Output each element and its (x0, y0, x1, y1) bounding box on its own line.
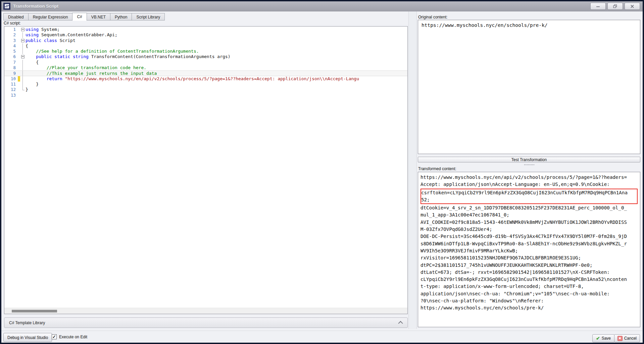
code-line-7[interactable]: 7 { (4, 60, 407, 65)
script-type-tabs: DisabledRegular ExpressionC#VB.NETPython… (3, 12, 165, 20)
code-line-10[interactable]: 10 return "https://www.myschools.nyc/en/… (4, 76, 407, 82)
code-line-1[interactable]: 1using System; (4, 27, 407, 32)
fold-guide (20, 82, 26, 87)
fold-guide (20, 60, 26, 65)
debug-in-visual-studio-button[interactable]: Debug in Visual Studio (3, 333, 52, 342)
transformed-content-box[interactable]: https://www.myschools.nyc/en/api/v2/scho… (418, 172, 640, 327)
fold-guide (20, 32, 26, 38)
cs-script-label: C# script: (4, 21, 21, 26)
app-logo-icon (3, 3, 10, 10)
original-content-label: Original content: (418, 15, 447, 19)
marker-gutter (18, 49, 20, 54)
code-editor[interactable]: 1using System;2using Sequentum.ContentGr… (4, 26, 408, 314)
transformed-line: DOE-DC-Persist=3Sc4645cd9-d19b-4fSVSy3Ax… (420, 233, 638, 240)
code-text (26, 93, 407, 98)
checkbox-label: Execute on Edit (59, 335, 87, 339)
code-line-3[interactable]: 3public class Script (4, 38, 407, 43)
code-line-4[interactable]: 4{ (4, 43, 407, 49)
marker-gutter (18, 43, 20, 49)
transformed-line: cLYpqiCb2Y9rl9En6pkFzZX3GqO8CujI623nCuuT… (420, 276, 638, 283)
code-text: return "https://www.myschools.nyc/en/api… (26, 76, 407, 82)
tab-disabled[interactable]: Disabled (3, 13, 28, 20)
vertical-splitter[interactable] (408, 11, 417, 329)
code-text: { (26, 43, 407, 49)
line-number: 11 (4, 82, 18, 87)
marker-gutter (18, 87, 20, 92)
save-button[interactable]: ✔ Save (592, 334, 614, 342)
save-check-icon: ✔ (596, 336, 600, 341)
transformed-line: dtPC=2$381101517_745h1vUWNOUFFJEUKKAHTHK… (420, 262, 638, 269)
scrollbar-thumb[interactable] (12, 310, 57, 312)
code-text: public class Script (26, 38, 407, 43)
footer-divider (1, 331, 643, 331)
tab-script-library[interactable]: Script Library (132, 13, 165, 20)
restore-button[interactable] (607, 3, 623, 10)
transformed-line: dtLatC=673; dtSa=-; rxvt=1696582901542|1… (420, 269, 638, 276)
code-text: using System; (26, 27, 407, 32)
marker-gutter (18, 32, 20, 38)
code-text: public static string TransformContent(Co… (26, 54, 407, 59)
line-number: 6 (4, 54, 18, 59)
marker-gutter (18, 65, 20, 70)
title-bar: Transformation Script (1, 1, 643, 11)
marker-gutter (18, 54, 20, 59)
fold-guide (20, 87, 26, 92)
test-transformation-button[interactable]: Test Transformation (418, 157, 640, 162)
code-text: using Sequentum.ContentGrabber.Api; (26, 32, 407, 38)
transformed-line: https://www.myschools.nyc/en/api/v2/scho… (420, 174, 638, 181)
fold-collapse-icon[interactable] (20, 38, 26, 43)
template-library-bar[interactable]: C# Template Library (4, 317, 408, 328)
original-content-box[interactable]: https://www.myschools.nyc/en/schools/pre… (418, 20, 640, 154)
editor-horizontal-scrollbar[interactable] (4, 308, 407, 314)
fold-guide (20, 93, 26, 98)
fold-guide (20, 49, 26, 54)
red-highlight-box: csrftoken=cLYpqiCb2Y9rl9En6pkFzZX3GqO8Cu… (420, 189, 638, 204)
transformed-line: 52; (421, 196, 637, 203)
cancel-button-label: Cancel (624, 336, 637, 341)
tab-python[interactable]: Python (110, 13, 132, 20)
line-number: 10 (4, 76, 18, 82)
transformed-line: t-type: application/x-www-form-urlencode… (420, 283, 638, 290)
close-button[interactable] (625, 3, 640, 10)
marker-gutter (18, 27, 20, 32)
line-number: 4 (4, 43, 18, 49)
cancel-x-icon: ✖ (617, 336, 623, 341)
fold-guide (20, 65, 26, 70)
minimize-button[interactable] (590, 3, 606, 10)
marker-gutter (18, 60, 20, 65)
code-line-11[interactable]: 11 } (4, 82, 407, 87)
fold-collapse-icon[interactable] (20, 27, 26, 32)
tab-vb-net[interactable]: VB.NET (87, 13, 110, 20)
transformed-line: mul_1_app-3A1c00e47ec1067841_0; (420, 211, 638, 218)
code-line-6[interactable]: 6 public static string TransformContent(… (4, 54, 407, 59)
line-number: 7 (4, 60, 18, 65)
marker-gutter (18, 93, 20, 98)
window-title: Transformation Script (13, 4, 58, 9)
line-number: 9 (4, 71, 18, 76)
code-line-2[interactable]: 2using Sequentum.ContentGrabber.Api; (4, 32, 407, 38)
splitter-grip-icon[interactable] (524, 164, 534, 165)
window-controls (590, 3, 640, 10)
transformed-line: rxVisitor=16965811015235NHJDNEF9Q67AJDCL… (420, 254, 638, 261)
execute-on-edit-checkbox[interactable]: ✓ Execute on Edit (52, 334, 87, 339)
line-number: 1 (4, 27, 18, 32)
fold-collapse-icon[interactable] (20, 54, 26, 59)
code-line-12[interactable]: 12} (4, 87, 407, 92)
transformed-line: s8D6IWW6inDTfp1LB-WvpqCiBxvTP9Ro0-8a-SlA… (420, 240, 638, 247)
fold-guide (20, 71, 26, 76)
template-library-label: C# Template Library (9, 321, 45, 325)
code-line-9[interactable]: 9 //This example just returns the input … (4, 70, 407, 76)
marker-gutter (18, 71, 20, 76)
cancel-button[interactable]: ✖ Cancel (614, 334, 640, 342)
code-text: //Place your transformation code here. (26, 65, 407, 70)
fold-guide (20, 76, 26, 82)
tab-c-[interactable]: C# (72, 13, 87, 21)
code-line-13[interactable]: 13 (4, 93, 407, 98)
code-line-8[interactable]: 8 //Place your transformation code here. (4, 65, 407, 70)
code-line-5[interactable]: 5 //See help for a definition of Content… (4, 49, 407, 54)
tab-regular-expression[interactable]: Regular Expression (28, 13, 72, 20)
transformed-line: M-03Zfx7OVPqdG0JsdZ2Uer4; (420, 226, 638, 233)
fold-guide (20, 43, 26, 49)
checkbox-check-icon[interactable]: ✓ (52, 334, 57, 339)
transformed-line: dtCookie=v_4_srv_2_sn_1DD797DBE8C0832051… (420, 204, 638, 211)
